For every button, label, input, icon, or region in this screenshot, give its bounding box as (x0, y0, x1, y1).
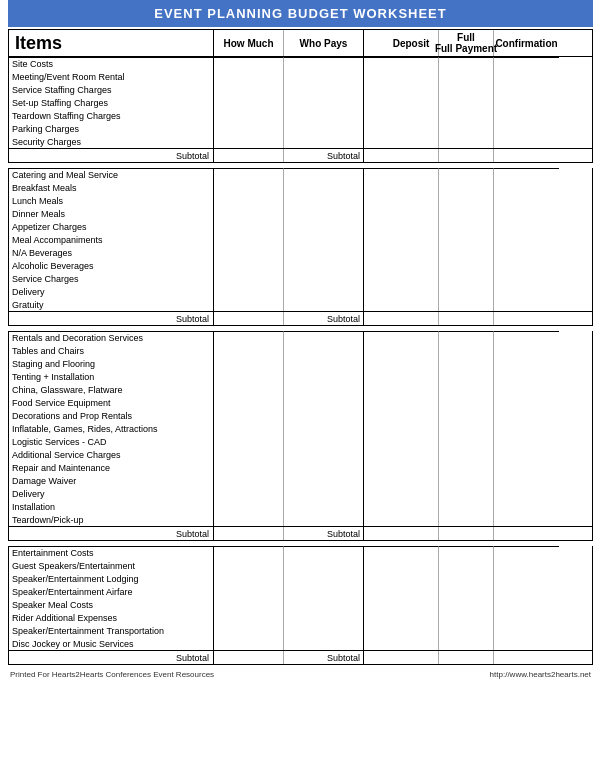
row-confirm-3-5[interactable] (494, 624, 559, 637)
row-deposit-2-2[interactable] (384, 370, 439, 383)
row-deposit-3-1[interactable] (384, 572, 439, 585)
subtotal-fullpay-1[interactable] (439, 312, 494, 325)
row-whopays-0-5[interactable] (284, 135, 364, 148)
row-howmuch-1-9[interactable] (214, 298, 284, 311)
row-deposit-2-9[interactable] (384, 461, 439, 474)
row-whopays-2-5[interactable] (284, 409, 364, 422)
row-deposit-1-5[interactable] (384, 246, 439, 259)
row-deposit-2-13[interactable] (384, 513, 439, 526)
subtotal-deposit-1[interactable] (384, 312, 439, 325)
row-fullpay-1-6[interactable] (439, 259, 494, 272)
row-confirm-2-1[interactable] (494, 357, 559, 370)
row-confirm-2-13[interactable] (494, 513, 559, 526)
row-fullpay-2-8[interactable] (439, 448, 494, 461)
row-deposit-2-11[interactable] (384, 487, 439, 500)
row-confirm-3-1[interactable] (494, 572, 559, 585)
row-whopays-2-3[interactable] (284, 383, 364, 396)
row-howmuch-0-0[interactable] (214, 70, 284, 83)
row-fullpay-2-11[interactable] (439, 487, 494, 500)
row-deposit-3-6[interactable] (384, 637, 439, 650)
row-confirm-2-3[interactable] (494, 383, 559, 396)
row-fullpay-1-7[interactable] (439, 272, 494, 285)
row-howmuch-2-13[interactable] (214, 513, 284, 526)
row-deposit-2-3[interactable] (384, 383, 439, 396)
row-whopays-0-1[interactable] (284, 83, 364, 96)
row-whopays-1-7[interactable] (284, 272, 364, 285)
row-howmuch-1-3[interactable] (214, 220, 284, 233)
row-whopays-0-0[interactable] (284, 70, 364, 83)
row-fullpay-0-3[interactable] (439, 109, 494, 122)
row-confirm-1-1[interactable] (494, 194, 559, 207)
row-deposit-3-5[interactable] (384, 624, 439, 637)
row-deposit-3-2[interactable] (384, 585, 439, 598)
row-deposit-1-7[interactable] (384, 272, 439, 285)
row-confirm-1-2[interactable] (494, 207, 559, 220)
row-deposit-1-0[interactable] (384, 181, 439, 194)
row-confirm-1-5[interactable] (494, 246, 559, 259)
row-confirm-3-0[interactable] (494, 559, 559, 572)
row-howmuch-2-6[interactable] (214, 422, 284, 435)
row-fullpay-1-5[interactable] (439, 246, 494, 259)
row-deposit-2-6[interactable] (384, 422, 439, 435)
row-deposit-0-3[interactable] (384, 109, 439, 122)
row-fullpay-3-2[interactable] (439, 585, 494, 598)
row-howmuch-2-7[interactable] (214, 435, 284, 448)
row-fullpay-1-4[interactable] (439, 233, 494, 246)
row-howmuch-2-8[interactable] (214, 448, 284, 461)
row-deposit-2-0[interactable] (384, 344, 439, 357)
row-howmuch-1-0[interactable] (214, 181, 284, 194)
row-fullpay-3-4[interactable] (439, 611, 494, 624)
row-howmuch-1-4[interactable] (214, 233, 284, 246)
row-confirm-3-2[interactable] (494, 585, 559, 598)
row-confirm-2-4[interactable] (494, 396, 559, 409)
row-deposit-2-5[interactable] (384, 409, 439, 422)
row-fullpay-3-5[interactable] (439, 624, 494, 637)
row-howmuch-2-10[interactable] (214, 474, 284, 487)
row-howmuch-2-9[interactable] (214, 461, 284, 474)
row-fullpay-2-7[interactable] (439, 435, 494, 448)
row-confirm-0-1[interactable] (494, 83, 559, 96)
row-whopays-1-1[interactable] (284, 194, 364, 207)
row-whopays-2-4[interactable] (284, 396, 364, 409)
row-whopays-0-2[interactable] (284, 96, 364, 109)
row-deposit-0-5[interactable] (384, 135, 439, 148)
row-whopays-1-0[interactable] (284, 181, 364, 194)
row-whopays-2-7[interactable] (284, 435, 364, 448)
row-fullpay-2-10[interactable] (439, 474, 494, 487)
row-howmuch-1-2[interactable] (214, 207, 284, 220)
row-whopays-2-1[interactable] (284, 357, 364, 370)
row-confirm-1-0[interactable] (494, 181, 559, 194)
row-fullpay-2-6[interactable] (439, 422, 494, 435)
row-deposit-0-0[interactable] (384, 70, 439, 83)
row-confirm-3-6[interactable] (494, 637, 559, 650)
row-fullpay-2-12[interactable] (439, 500, 494, 513)
row-deposit-1-4[interactable] (384, 233, 439, 246)
row-whopays-2-9[interactable] (284, 461, 364, 474)
row-howmuch-3-3[interactable] (214, 598, 284, 611)
row-fullpay-0-1[interactable] (439, 83, 494, 96)
row-confirm-2-7[interactable] (494, 435, 559, 448)
row-confirm-2-0[interactable] (494, 344, 559, 357)
row-whopays-1-5[interactable] (284, 246, 364, 259)
row-confirm-2-5[interactable] (494, 409, 559, 422)
row-fullpay-2-4[interactable] (439, 396, 494, 409)
row-confirm-0-2[interactable] (494, 96, 559, 109)
subtotal-confirm-2[interactable] (494, 527, 559, 540)
subtotal-val1-0[interactable] (214, 149, 284, 162)
row-howmuch-1-1[interactable] (214, 194, 284, 207)
row-howmuch-0-2[interactable] (214, 96, 284, 109)
row-confirm-0-0[interactable] (494, 70, 559, 83)
row-deposit-0-4[interactable] (384, 122, 439, 135)
row-howmuch-2-0[interactable] (214, 344, 284, 357)
row-deposit-1-8[interactable] (384, 285, 439, 298)
row-whopays-3-0[interactable] (284, 559, 364, 572)
row-confirm-2-11[interactable] (494, 487, 559, 500)
row-howmuch-0-1[interactable] (214, 83, 284, 96)
row-howmuch-1-7[interactable] (214, 272, 284, 285)
subtotal-fullpay-0[interactable] (439, 149, 494, 162)
row-whopays-1-3[interactable] (284, 220, 364, 233)
row-deposit-3-0[interactable] (384, 559, 439, 572)
row-howmuch-3-0[interactable] (214, 559, 284, 572)
row-deposit-0-1[interactable] (384, 83, 439, 96)
row-howmuch-3-5[interactable] (214, 624, 284, 637)
